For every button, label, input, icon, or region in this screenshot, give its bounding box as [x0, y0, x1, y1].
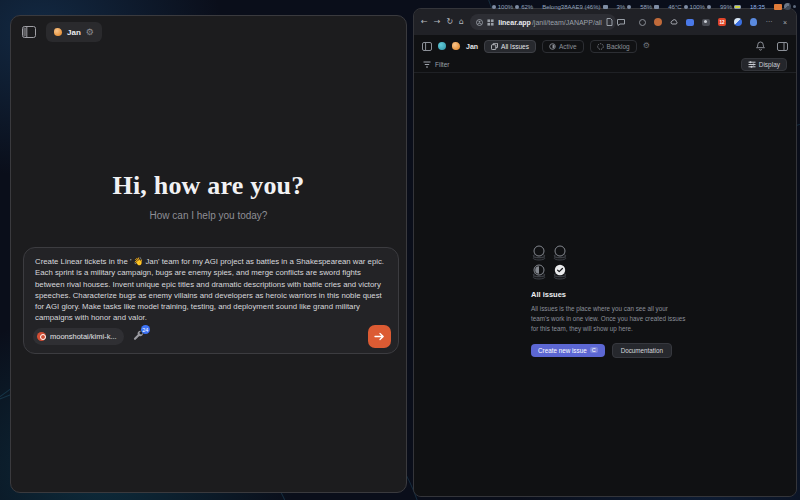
- mic-icon: [515, 5, 519, 9]
- chat-header: Jan ⚙: [11, 16, 406, 48]
- mic-value: 62%: [521, 4, 533, 10]
- extension-person-icon[interactable]: [750, 18, 757, 26]
- cloud-icon[interactable]: [670, 18, 678, 26]
- team-name-label: Jan: [67, 28, 81, 37]
- system-status-bar: 100% 62% Belong38AAE9 (46%) 3% 58% 46°C …: [0, 0, 796, 13]
- extension-orange-icon[interactable]: [654, 18, 662, 26]
- audio-status: 100% 62%: [492, 4, 533, 10]
- cpu-value: 3%: [617, 4, 626, 10]
- documentation-button[interactable]: Documentation: [612, 343, 672, 358]
- team-avatar[interactable]: [438, 42, 446, 50]
- battery-icon: [734, 5, 741, 9]
- reload-icon[interactable]: ↻: [446, 18, 453, 26]
- filter-icon: [423, 61, 431, 68]
- model-selector-chip[interactable]: moonshotai/kimi-k...: [33, 328, 124, 345]
- issue-state-icons: [531, 245, 721, 280]
- team-selector-pill[interactable]: Jan ⚙: [46, 22, 102, 42]
- speaker-icon: [492, 5, 496, 9]
- extension-screenshot-icon[interactable]: [702, 19, 710, 26]
- issues-icon: [491, 43, 498, 50]
- tray-icons: [774, 3, 796, 10]
- wave-emoji-icon: [54, 28, 62, 36]
- empty-state-heading: All issues: [531, 290, 721, 299]
- linear-sidebar-toggle-icon[interactable]: [422, 42, 432, 51]
- browser-window: ← → ↻ ⌂ linear.app /janii/team/JANAPP/al…: [413, 8, 797, 497]
- issue-state-done-icon: [552, 264, 568, 280]
- wifi-icon: [603, 5, 608, 9]
- tray-dot-icon: [793, 5, 796, 8]
- active-state-icon: [549, 43, 556, 50]
- mail-tray-icon[interactable]: [774, 4, 782, 10]
- clock: 18:35: [750, 4, 765, 10]
- prompt-controls: moonshotai/kimi-k... 24: [33, 324, 391, 348]
- battery-value: 99%: [720, 4, 732, 10]
- audio-value: 100%: [498, 4, 513, 10]
- url-path: /janii/team/JANAPP/all: [532, 19, 602, 26]
- url-host: linear.app: [498, 19, 531, 26]
- thermometer-icon: [684, 5, 688, 9]
- profile-icon: [476, 19, 483, 26]
- tab-backlog[interactable]: Backlog: [590, 40, 637, 53]
- url-bar[interactable]: linear.app /janii/team/JANAPP/all: [470, 14, 616, 30]
- toolbar-close-icon[interactable]: ×: [781, 18, 789, 26]
- desktop: 100% 62% Belong38AAE9 (46%) 3% 58% 46°C …: [0, 0, 800, 500]
- linear-header: Jan All Issues Active Backlog ⚙: [414, 37, 796, 55]
- model-provider-icon: [37, 332, 46, 341]
- tab-all-issues[interactable]: All Issues: [484, 40, 536, 53]
- prompt-input-box[interactable]: Create Linear tickets in the ' 👋 Jan' te…: [23, 247, 399, 354]
- page-icon[interactable]: [606, 18, 613, 26]
- memory-status: 58%: [640, 4, 659, 10]
- browser-tray-icon[interactable]: [784, 3, 791, 10]
- filter-row: Filter Display: [414, 57, 796, 73]
- tools-count-badge: 24: [141, 325, 150, 334]
- tools-button[interactable]: 24: [132, 328, 146, 344]
- view-settings-gear-icon[interactable]: ⚙: [643, 42, 650, 50]
- empty-state-actions: Create new issue C Documentation: [531, 343, 721, 358]
- extension-circle-icon[interactable]: [734, 18, 742, 26]
- shortcut-badge: C: [590, 347, 598, 353]
- issue-state-todo-icon: [552, 245, 568, 261]
- create-issue-label: Create new issue: [538, 347, 587, 354]
- memory-value: 58%: [640, 4, 652, 10]
- temperature-status: 46°C 100%: [668, 4, 711, 10]
- issue-state-todo-icon: [531, 245, 547, 261]
- greeting-title: Hi, how are you?: [11, 171, 406, 201]
- forward-icon[interactable]: →: [434, 18, 441, 26]
- cpu-status: 3%: [617, 4, 632, 10]
- extension-flag-icon[interactable]: [686, 19, 694, 26]
- time-value: 18:35: [750, 4, 765, 10]
- linear-team-label: Jan: [466, 43, 478, 50]
- display-button[interactable]: Display: [741, 58, 787, 71]
- greeting-subtitle: How can I help you today?: [11, 210, 406, 221]
- display-sliders-icon: [748, 61, 756, 68]
- gear-icon[interactable]: ⚙: [86, 28, 94, 37]
- wave-emoji-icon: [452, 42, 460, 50]
- sidebar-toggle-icon[interactable]: [22, 26, 36, 38]
- jan-chat-window: Jan ⚙ Hi, how are you? How can I help yo…: [10, 15, 407, 493]
- send-button[interactable]: [368, 325, 391, 348]
- model-name-label: moonshotai/kimi-k...: [50, 332, 117, 341]
- prompt-input[interactable]: Create Linear tickets in the ' 👋 Jan' te…: [35, 256, 389, 324]
- empty-state-body: All issues is the place where you can se…: [531, 304, 687, 334]
- display-label: Display: [759, 61, 780, 68]
- chat-bubble-icon[interactable]: [617, 19, 625, 26]
- tab-active[interactable]: Active: [542, 40, 584, 53]
- tab-label: Backlog: [607, 43, 630, 50]
- linear-app: Jan All Issues Active Backlog ⚙: [414, 35, 796, 496]
- home-icon[interactable]: ⌂: [459, 18, 464, 26]
- apps-grid-icon: [487, 19, 494, 26]
- right-panel-toggle-icon[interactable]: [777, 42, 788, 51]
- create-new-issue-button[interactable]: Create new issue C: [531, 344, 605, 357]
- linear-header-right: [756, 41, 788, 51]
- greeting-block: Hi, how are you? How can I help you toda…: [11, 171, 406, 221]
- battery-status: 99%: [720, 4, 741, 10]
- back-icon[interactable]: ←: [421, 18, 428, 26]
- extension-ring-icon[interactable]: [639, 19, 646, 26]
- tab-label: All Issues: [501, 43, 529, 50]
- filter-label[interactable]: Filter: [435, 61, 449, 68]
- tab-label: Active: [559, 43, 577, 50]
- wifi-status: Belong38AAE9 (46%): [542, 4, 607, 10]
- notifications-bell-icon[interactable]: [756, 41, 765, 51]
- extension-badge-icon[interactable]: 12: [718, 18, 726, 26]
- toolbar-overflow-icon[interactable]: ⋯: [765, 18, 773, 26]
